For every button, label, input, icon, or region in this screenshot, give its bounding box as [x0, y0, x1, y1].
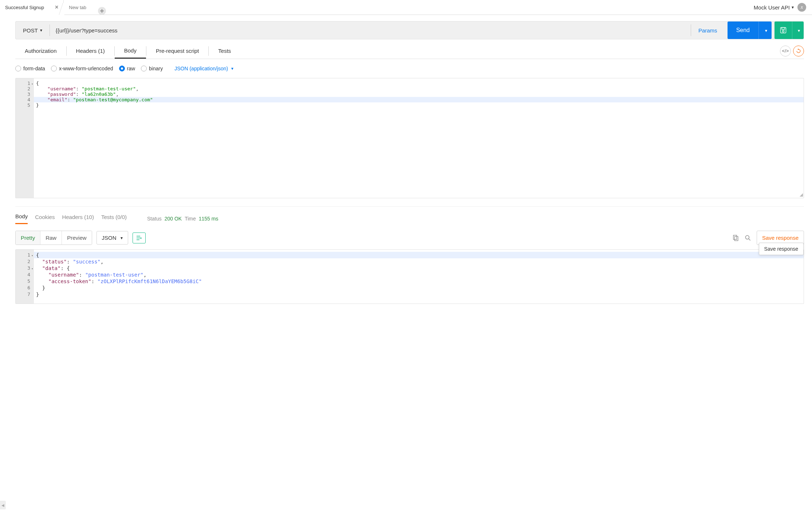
line-number: 3: [16, 91, 34, 97]
tab-tests[interactable]: Tests: [209, 43, 240, 59]
tab-new[interactable]: New tab: [64, 0, 91, 15]
add-tab-button[interactable]: [98, 7, 106, 15]
gutter: 1 2 3 4 5 6 7: [16, 250, 34, 304]
code-snippet-button[interactable]: </>: [780, 46, 791, 56]
main-panel: POST ▾ Params Send ▾ ▾ Authorization Hea…: [0, 15, 812, 304]
search-button[interactable]: [744, 234, 752, 242]
line-number: 5: [16, 278, 34, 285]
svg-rect-4: [734, 236, 738, 241]
response-section: Body Cookies Headers (10) Tests (0/0) St…: [15, 206, 804, 304]
save-response-tooltip: Save response: [759, 243, 804, 255]
top-bar: Successful Signup × New tab Mock User AP…: [0, 0, 812, 15]
line-number: 2: [16, 86, 34, 91]
undo-icon: [796, 48, 801, 54]
line-number: 5: [16, 102, 34, 108]
close-tab-icon[interactable]: ×: [55, 4, 58, 11]
time-value: 1155 ms: [199, 216, 218, 222]
environment-select[interactable]: Mock User API ▾: [754, 4, 794, 11]
response-tabs: Body Cookies Headers (10) Tests (0/0) St…: [15, 213, 804, 224]
line-number: 3: [16, 265, 34, 271]
tab-headers[interactable]: Headers (1): [67, 43, 114, 59]
method-label: POST: [23, 27, 38, 34]
body-type-radios: form-data x-www-form-urlencoded raw bina…: [15, 61, 804, 76]
request-body-editor[interactable]: 1 2 3 4 5 { "username": "postman-test-us…: [15, 78, 804, 198]
wrap-icon: [136, 235, 142, 241]
line-number: 6: [16, 285, 34, 291]
tab-prerequest[interactable]: Pre-request script: [146, 43, 208, 59]
save-response-label: Save response: [762, 235, 799, 241]
line-number: 1: [16, 252, 34, 258]
resp-tab-tests[interactable]: Tests (0/0): [101, 214, 127, 224]
svg-rect-1: [782, 28, 785, 30]
view-raw[interactable]: Raw: [40, 231, 62, 245]
content-type-select[interactable]: JSON (application/json) ▾: [174, 66, 233, 71]
save-response-button[interactable]: Save response Save response: [757, 231, 804, 245]
radio-form-data[interactable]: form-data: [15, 66, 45, 71]
resp-tab-cookies[interactable]: Cookies: [35, 214, 55, 224]
resp-tab-body[interactable]: Body: [15, 213, 28, 224]
save-icon: [780, 27, 787, 34]
chevron-down-icon: ▾: [765, 28, 767, 33]
save-dropdown[interactable]: ▾: [792, 22, 804, 39]
copy-icon: [732, 234, 739, 242]
response-format-select[interactable]: JSON ▾: [96, 231, 128, 245]
radio-binary[interactable]: binary: [141, 66, 163, 71]
params-button[interactable]: Params: [691, 24, 725, 36]
chevron-down-icon: ▾: [798, 28, 800, 33]
svg-point-2: [783, 30, 784, 32]
toolbar-right: Save response Save response: [732, 231, 804, 245]
radio-urlencoded[interactable]: x-www-form-urlencoded: [51, 66, 113, 71]
chevron-down-icon: ▾: [121, 235, 123, 241]
tab-label: New tab: [69, 5, 86, 10]
view-pretty[interactable]: Pretty: [16, 231, 40, 245]
format-label: JSON: [102, 235, 117, 241]
radio-icon: [15, 66, 21, 71]
line-number: 4: [16, 271, 34, 278]
radio-label: form-data: [23, 66, 45, 71]
response-body-editor[interactable]: 1 2 3 4 5 6 7 { "status": "success", "da…: [15, 249, 804, 304]
save-button[interactable]: [774, 22, 792, 39]
tab-authorization[interactable]: Authorization: [15, 43, 66, 59]
top-right: Mock User API ▾ x: [754, 3, 812, 12]
code-area[interactable]: { "username": "postman-test-user", "pass…: [34, 78, 804, 198]
resize-handle[interactable]: ◢: [800, 192, 803, 197]
send-button[interactable]: Send: [728, 22, 758, 39]
chevron-down-icon: ▾: [230, 66, 233, 71]
tabs-row: Successful Signup × New tab: [0, 0, 106, 15]
url-input[interactable]: [50, 22, 691, 39]
gutter: 1 2 3 4 5: [16, 78, 34, 198]
response-meta: Status 200 OK Time 1155 ms: [147, 216, 218, 222]
radio-label: binary: [149, 66, 163, 71]
radio-raw[interactable]: raw: [119, 66, 135, 71]
request-bar: POST ▾ Params Send ▾ ▾: [15, 21, 804, 39]
wrap-lines-button[interactable]: [133, 232, 146, 243]
line-number: 4: [16, 97, 34, 102]
quick-look-icon[interactable]: x: [797, 3, 806, 12]
save-group: ▾: [774, 22, 804, 39]
radio-icon: [51, 66, 57, 71]
chevron-down-icon: ▾: [40, 28, 42, 33]
resp-tab-headers[interactable]: Headers (10): [62, 214, 94, 224]
line-number: 7: [16, 291, 34, 298]
tab-body[interactable]: Body: [115, 43, 146, 59]
tab-label: Successful Signup: [5, 5, 44, 10]
method-select[interactable]: POST ▾: [16, 22, 50, 39]
chevron-down-icon: ▾: [792, 5, 794, 10]
line-number: 2: [16, 258, 34, 265]
status-value: 200 OK: [165, 216, 182, 222]
code-area[interactable]: { "status": "success", "data": { "userna…: [34, 250, 804, 304]
search-icon: [744, 234, 752, 242]
content-type-label: JSON (application/json): [174, 66, 228, 71]
line-number: 1: [16, 81, 34, 86]
radio-icon: [119, 66, 125, 71]
tab-successful-signup[interactable]: Successful Signup ×: [0, 0, 64, 15]
status-label: Status: [147, 216, 162, 222]
response-toolbar: Pretty Raw Preview JSON ▾ Save response: [15, 231, 804, 245]
view-preview[interactable]: Preview: [62, 231, 91, 245]
environment-label: Mock User API: [754, 4, 790, 11]
reset-button[interactable]: [793, 46, 804, 56]
view-mode-group: Pretty Raw Preview: [15, 231, 92, 245]
radio-label: raw: [127, 66, 135, 71]
copy-button[interactable]: [732, 234, 739, 242]
send-dropdown[interactable]: ▾: [758, 22, 772, 39]
